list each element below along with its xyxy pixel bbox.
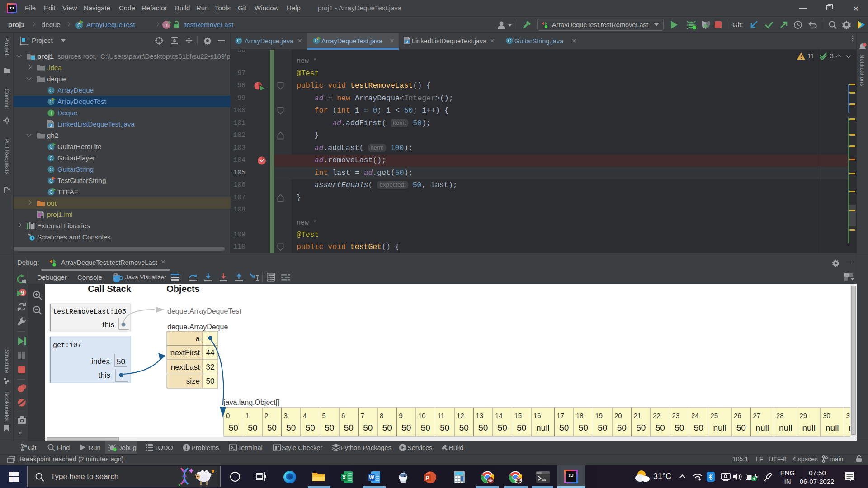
svg-text:12: 12: [457, 412, 464, 419]
svg-text:50: 50: [229, 423, 238, 432]
svg-text:null: null: [826, 423, 839, 432]
svg-text:50: 50: [517, 423, 526, 432]
svg-text:m: m: [164, 22, 168, 28]
svg-text:get:107: get:107: [53, 342, 81, 349]
svg-text:null: null: [536, 423, 550, 432]
svg-text:50: 50: [579, 423, 588, 432]
svg-text:50: 50: [617, 423, 627, 432]
svg-text:50: 50: [421, 423, 430, 432]
svg-text:nextLast: nextLast: [171, 363, 200, 371]
svg-text:this: this: [103, 320, 114, 329]
svg-text:50: 50: [286, 423, 296, 432]
svg-text:50: 50: [675, 423, 684, 432]
svg-text:50: 50: [656, 423, 665, 432]
svg-text:50: 50: [363, 423, 373, 432]
svg-text:27: 27: [753, 412, 761, 419]
svg-text:28: 28: [776, 412, 784, 419]
svg-text:50: 50: [401, 423, 411, 432]
svg-text:32: 32: [206, 363, 215, 371]
svg-text:9: 9: [399, 412, 403, 419]
svg-text:19: 19: [595, 412, 603, 419]
svg-text:null: null: [713, 423, 726, 432]
svg-text:C: C: [508, 38, 511, 43]
svg-text:50: 50: [598, 423, 607, 432]
svg-text:50: 50: [498, 423, 507, 432]
svg-text:1: 1: [245, 412, 249, 419]
svg-text:14: 14: [495, 412, 503, 419]
svg-text:testRemoveLast:105: testRemoveLast:105: [53, 308, 126, 316]
svg-text:C: C: [237, 38, 241, 43]
svg-text:50: 50: [306, 423, 315, 432]
svg-text:deque.ArrayDequeTest: deque.ArrayDequeTest: [167, 307, 241, 315]
svg-text:size: size: [186, 377, 200, 385]
svg-text:11: 11: [438, 412, 445, 419]
svg-text:null: null: [779, 423, 793, 432]
svg-text:50: 50: [559, 423, 569, 432]
svg-text:22: 22: [653, 412, 660, 419]
svg-text:50: 50: [694, 423, 703, 432]
svg-text:13: 13: [476, 412, 484, 419]
svg-text:3: 3: [284, 412, 288, 419]
svg-text:Objects: Objects: [166, 284, 199, 294]
svg-text:29: 29: [800, 412, 807, 419]
svg-text:nextFirst: nextFirst: [170, 348, 200, 357]
svg-text:50: 50: [117, 357, 125, 366]
svg-text:java.lang.Object[]: java.lang.Object[]: [223, 399, 280, 406]
svg-text:16: 16: [533, 412, 541, 419]
svg-text:Call Stack: Call Stack: [88, 284, 131, 294]
svg-text:4: 4: [303, 412, 307, 419]
svg-text:50: 50: [459, 423, 469, 432]
svg-text:J: J: [406, 40, 408, 44]
svg-text:44: 44: [206, 348, 215, 357]
svg-text:0: 0: [226, 412, 230, 419]
svg-text:this: this: [99, 371, 110, 380]
svg-text:15: 15: [514, 412, 522, 419]
svg-text:8: 8: [380, 412, 383, 419]
svg-text:50: 50: [382, 423, 392, 432]
svg-text:50: 50: [636, 423, 646, 432]
svg-text:6: 6: [341, 412, 345, 419]
svg-text:17: 17: [557, 412, 565, 419]
svg-text:deque.ArrayDeque: deque.ArrayDeque: [167, 323, 228, 331]
svg-text:25: 25: [711, 412, 718, 419]
svg-text:24: 24: [691, 412, 699, 419]
svg-text:50: 50: [248, 423, 257, 432]
svg-text:26: 26: [734, 412, 741, 419]
svg-text:50: 50: [267, 423, 277, 432]
svg-text:a: a: [196, 334, 200, 343]
svg-text:index: index: [91, 357, 110, 366]
svg-text:18: 18: [576, 412, 584, 419]
svg-text:W: W: [369, 474, 374, 481]
svg-text:null: null: [802, 423, 816, 432]
svg-text:9: 9: [21, 289, 24, 296]
svg-text:50: 50: [440, 423, 449, 432]
svg-text:P: P: [425, 475, 429, 481]
svg-text:21: 21: [634, 412, 642, 419]
svg-text:X: X: [342, 474, 346, 481]
svg-text:null: null: [755, 423, 769, 432]
svg-text:5: 5: [322, 412, 326, 419]
svg-text:2: 2: [264, 412, 268, 419]
svg-text:10: 10: [418, 412, 426, 419]
svg-text:50: 50: [325, 423, 334, 432]
svg-text:23: 23: [672, 412, 680, 419]
svg-text:50: 50: [736, 423, 746, 432]
svg-text:7: 7: [361, 412, 364, 419]
svg-text:50: 50: [206, 377, 215, 385]
svg-text:50: 50: [344, 423, 354, 432]
svg-text:30: 30: [823, 412, 830, 419]
svg-text:20: 20: [614, 412, 622, 419]
svg-text:50: 50: [478, 423, 488, 432]
